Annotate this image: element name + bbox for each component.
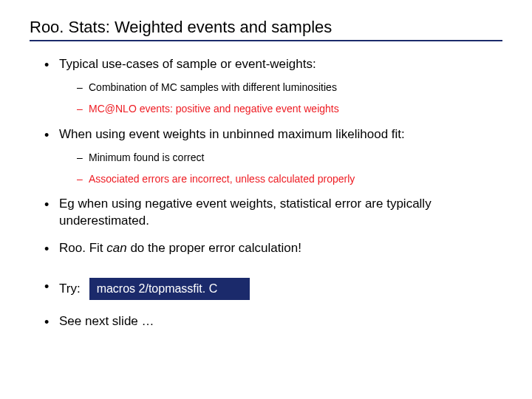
bullet-list: Typical use-cases of sample or event-wei… <box>30 56 502 330</box>
sub-bullet: MC@NLO events: positive and negative eve… <box>77 102 502 116</box>
bullet-roofit-can: Roo. Fit can do the proper error calcula… <box>44 240 502 257</box>
bullet-use-cases: Typical use-cases of sample or event-wei… <box>44 56 502 116</box>
bullet-unbinned-fit: When using event weights in unbinned max… <box>44 126 502 186</box>
bullet-text-post: do the proper error calculation! <box>127 241 301 255</box>
code-box: macros 2/topmassfit. C <box>89 278 250 300</box>
bullet-text: See next slide … <box>59 314 154 328</box>
sub-bullet: Combination of MC samples with different… <box>77 81 502 95</box>
bullet-text: When using event weights in unbinned max… <box>59 127 405 141</box>
sub-bullet: Minimum found is correct <box>77 151 502 165</box>
bullet-next-slide: See next slide … <box>44 313 502 330</box>
bullet-text-em: can <box>106 241 126 255</box>
slide-title: Roo. Stats: Weighted events and samples <box>30 18 502 41</box>
sub-text: Minimum found is correct <box>89 151 204 163</box>
bullet-underestimated: Eg when using negative event weights, st… <box>44 196 502 230</box>
sub-text: Associated errors are incorrect, unless … <box>89 173 355 185</box>
bullet-text-pre: Roo. Fit <box>59 241 106 255</box>
sub-text: Combination of MC samples with different… <box>89 81 337 93</box>
sub-text: MC@NLO events: positive and negative eve… <box>89 103 339 115</box>
sub-bullet: Associated errors are incorrect, unless … <box>77 172 502 186</box>
bullet-text: Typical use-cases of sample or event-wei… <box>59 57 316 71</box>
bullet-text: Eg when using negative event weights, st… <box>59 197 432 228</box>
sub-list: Combination of MC samples with different… <box>59 81 502 116</box>
try-label: Try: <box>59 281 81 298</box>
slide: Roo. Stats: Weighted events and samples … <box>0 0 532 399</box>
sub-list: Minimum found is correct Associated erro… <box>59 151 502 186</box>
bullet-try: Try: macros 2/topmassfit. C <box>44 278 502 300</box>
